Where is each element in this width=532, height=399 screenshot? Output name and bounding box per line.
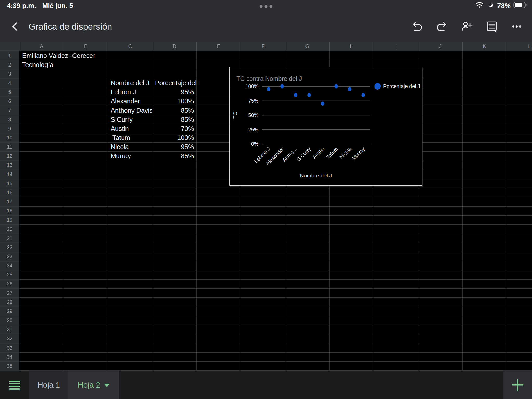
cell-C10[interactable]: Tatum [108,133,152,142]
cell-J5[interactable] [418,88,463,97]
cell-B8[interactable] [64,115,108,124]
cell-D5[interactable]: 95% [152,88,197,97]
column-header-A[interactable]: A [19,42,64,51]
cell-L32[interactable] [507,334,532,343]
cell-I20[interactable] [374,225,418,234]
cell-A14[interactable] [19,170,64,179]
cell-G32[interactable] [285,334,330,343]
cell-L1[interactable] [507,51,532,60]
cell-D23[interactable] [152,252,197,261]
cell-F32[interactable] [241,334,285,343]
cell-D19[interactable] [152,216,197,225]
cell-J30[interactable] [418,316,463,325]
cell-A35[interactable] [19,362,64,371]
row-header-33[interactable]: 33 [0,343,19,353]
cell-B12[interactable] [64,152,108,161]
cell-G1[interactable] [285,51,330,60]
cell-K26[interactable] [463,280,507,289]
cell-B10[interactable] [64,133,108,142]
cell-E19[interactable] [197,216,241,225]
cell-B32[interactable] [64,334,108,343]
cell-H22[interactable] [330,243,374,252]
cell-I29[interactable] [374,307,418,316]
cell-J34[interactable] [418,353,463,362]
cell-K22[interactable] [463,243,507,252]
cell-D16[interactable] [152,188,197,197]
cell-F1[interactable] [241,51,285,60]
row-header-26[interactable]: 26 [0,280,19,289]
cell-C17[interactable] [108,197,152,207]
cell-D15[interactable] [152,179,197,188]
cell-K27[interactable] [463,289,507,298]
cell-F24[interactable] [241,261,285,270]
cell-G27[interactable] [285,289,330,298]
cell-E21[interactable] [197,234,241,243]
cell-G21[interactable] [285,234,330,243]
cell-G34[interactable] [285,353,330,362]
cell-L17[interactable] [507,197,532,207]
cell-K32[interactable] [463,334,507,343]
cell-C16[interactable] [108,188,152,197]
row-header-19[interactable]: 19 [0,216,19,225]
cell-B6[interactable] [64,97,108,106]
cell-B19[interactable] [64,216,108,225]
cell-K15[interactable] [463,179,507,188]
cell-J13[interactable] [418,161,463,170]
cell-B5[interactable] [64,88,108,97]
cell-E25[interactable] [197,270,241,280]
cell-C32[interactable] [108,334,152,343]
cell-J6[interactable] [418,97,463,106]
cell-L21[interactable] [507,234,532,243]
cell-H21[interactable] [330,234,374,243]
cell-K34[interactable] [463,353,507,362]
cell-D9[interactable]: 70% [152,124,197,133]
cell-D21[interactable] [152,234,197,243]
cell-I17[interactable] [374,197,418,207]
cell-J33[interactable] [418,343,463,353]
cell-B3[interactable] [64,69,108,78]
cell-F21[interactable] [241,234,285,243]
cell-K25[interactable] [463,270,507,280]
sheets-menu-button[interactable] [0,371,29,399]
cell-J23[interactable] [418,252,463,261]
cell-D1[interactable] [152,51,197,60]
cell-F23[interactable] [241,252,285,261]
cell-D22[interactable] [152,243,197,252]
cell-A26[interactable] [19,280,64,289]
cell-A9[interactable] [19,124,64,133]
cell-C1[interactable] [108,51,152,60]
cell-A20[interactable] [19,225,64,234]
cell-C27[interactable] [108,289,152,298]
column-header-D[interactable]: D [152,42,197,51]
cell-J12[interactable] [418,152,463,161]
cell-C29[interactable] [108,307,152,316]
cell-K23[interactable] [463,252,507,261]
cell-F18[interactable] [241,207,285,216]
cell-J11[interactable] [418,143,463,152]
add-sheet-button[interactable] [503,371,532,399]
cell-K28[interactable] [463,298,507,307]
cell-F27[interactable] [241,289,285,298]
cell-J17[interactable] [418,197,463,207]
cell-F30[interactable] [241,316,285,325]
cell-L12[interactable] [507,152,532,161]
cell-L30[interactable] [507,316,532,325]
cell-K4[interactable] [463,78,507,88]
cell-A7[interactable] [19,106,64,115]
cell-B30[interactable] [64,316,108,325]
cell-I34[interactable] [374,353,418,362]
cell-A19[interactable] [19,216,64,225]
cell-D34[interactable] [152,353,197,362]
cell-G29[interactable] [285,307,330,316]
cell-F35[interactable] [241,362,285,371]
cell-A15[interactable] [19,179,64,188]
cell-A32[interactable] [19,334,64,343]
cell-K30[interactable] [463,316,507,325]
cell-H18[interactable] [330,207,374,216]
scatter-chart-object[interactable]: TC contra Nombre del J100%75%50%25%0%TCL… [229,67,422,186]
cell-K17[interactable] [463,197,507,207]
cell-B9[interactable] [64,124,108,133]
tab-hoja-1[interactable]: Hoja 1 [29,371,68,399]
cell-G24[interactable] [285,261,330,270]
cell-I24[interactable] [374,261,418,270]
